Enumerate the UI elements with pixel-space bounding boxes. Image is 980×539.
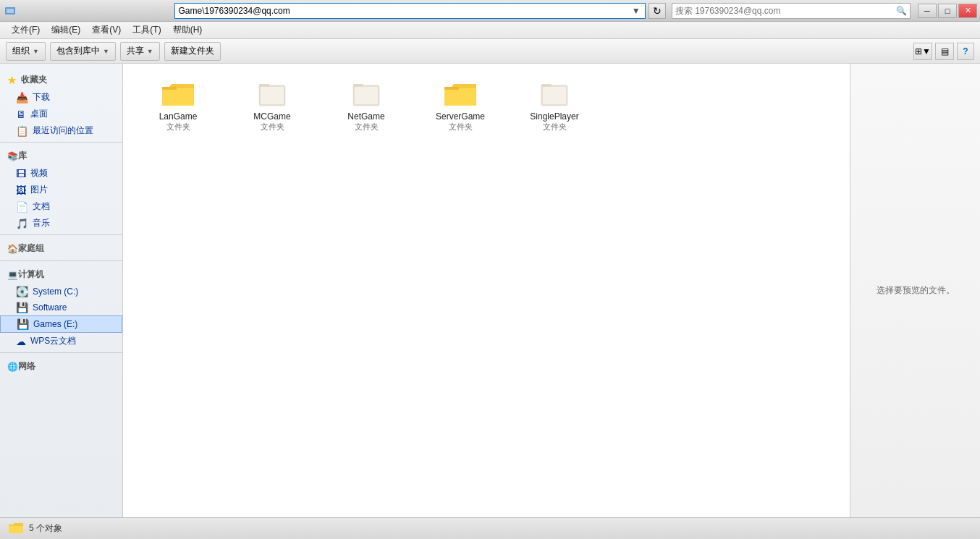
svg-rect-9 (355, 87, 378, 104)
address-dropdown-btn[interactable]: ▼ (630, 6, 642, 16)
sidebar-item-recent[interactable]: 📋 最近访问的位置 (0, 122, 122, 139)
folder-type: 文件夹 (166, 122, 190, 132)
sidebar: ★ 收藏夹 📥 下载 🖥 桌面 📋 最近访问的位置 📚 库 (0, 64, 123, 517)
svg-rect-10 (353, 84, 363, 87)
svg-rect-1 (7, 9, 14, 13)
main-area: ★ 收藏夹 📥 下载 🖥 桌面 📋 最近访问的位置 📚 库 (0, 64, 980, 517)
folder-name: MCGame (253, 111, 290, 122)
address-text: Game\1976390234@qq.com (178, 6, 630, 16)
sidebar-network-section: 🌐 网络 (0, 356, 122, 375)
svg-rect-18 (9, 526, 23, 533)
svg-rect-16 (541, 84, 552, 87)
svg-rect-4 (162, 87, 177, 90)
include-library-button[interactable]: 包含到库中 ▼ (50, 42, 116, 61)
maximize-button[interactable]: □ (938, 4, 957, 18)
folder-name: LanGame (159, 111, 198, 122)
folder-name: NetGame (347, 111, 384, 122)
search-icon[interactable]: 🔍 (896, 6, 907, 16)
svg-rect-3 (162, 88, 194, 106)
search-bar[interactable]: 🔍 (672, 3, 911, 19)
wps-icon: ☁ (16, 336, 26, 347)
videos-icon: 🎞 (16, 168, 26, 179)
pictures-icon: 🖼 (16, 184, 26, 196)
search-input[interactable] (675, 6, 896, 16)
library-icon: 📚 (7, 151, 18, 161)
view-toggle-button[interactable]: ⊞▼ (913, 43, 932, 60)
desktop-icon: 🖥 (16, 109, 26, 120)
folder-item-langame[interactable]: LanGame 文件夹 (135, 75, 221, 137)
folder-icon (255, 80, 290, 109)
organize-button[interactable]: 组织 ▼ (6, 42, 46, 61)
folder-icon (349, 80, 384, 109)
sidebar-favorites-header[interactable]: ★ 收藏夹 (0, 69, 122, 89)
star-icon: ★ (7, 75, 17, 86)
menu-view[interactable]: 查看(V) (86, 22, 127, 38)
sidebar-computer-section: 💻 计算机 💽 System (C:) 💾 Software 💾 Games (… (0, 264, 122, 349)
sidebar-item-music[interactable]: 🎵 音乐 (0, 215, 122, 232)
preview-pane-button[interactable]: ▤ (935, 43, 954, 60)
minimize-button[interactable]: ─ (918, 4, 937, 18)
menu-bar: 文件(F) 编辑(E) 查看(V) 工具(T) 帮助(H) (0, 22, 980, 39)
content-area: LanGame 文件夹 MCGame 文件夹 NetGame 文件夹 Serve… (123, 64, 850, 517)
toolbar: 组织 ▼ 包含到库中 ▼ 共享 ▼ 新建文件夹 ⊞▼ ▤ ? (0, 39, 980, 64)
folder-icon (537, 80, 572, 109)
svg-rect-15 (543, 87, 566, 104)
window-controls: ─ □ ✕ (916, 4, 977, 18)
folder-name: ServerGame (436, 111, 485, 122)
preview-pane: 选择要预览的文件。 (850, 64, 980, 517)
sidebar-item-videos[interactable]: 🎞 视频 (0, 165, 122, 182)
new-folder-button[interactable]: 新建文件夹 (164, 42, 221, 61)
menu-edit[interactable]: 编辑(E) (46, 22, 86, 38)
recent-icon: 📋 (16, 125, 28, 137)
menu-tools[interactable]: 工具(T) (127, 22, 166, 38)
menu-file[interactable]: 文件(F) (6, 22, 46, 38)
folder-name: SinglePlayer (530, 111, 578, 122)
svg-rect-13 (444, 87, 459, 90)
folder-type: 文件夹 (449, 122, 473, 132)
folder-type: 文件夹 (543, 122, 567, 132)
sidebar-library-header[interactable]: 📚 库 (0, 145, 122, 165)
sidebar-item-desktop[interactable]: 🖥 桌面 (0, 106, 122, 122)
sidebar-homegroup-header[interactable]: 🏠 家庭组 (0, 238, 122, 258)
sidebar-network-header[interactable]: 🌐 网络 (0, 356, 122, 375)
network-icon: 🌐 (7, 362, 18, 372)
folder-icon (443, 80, 478, 109)
toolbar-right: ⊞▼ ▤ ? (913, 43, 974, 60)
share-button[interactable]: 共享 ▼ (120, 42, 160, 61)
sidebar-item-documents[interactable]: 📄 文档 (0, 198, 122, 215)
svg-rect-7 (259, 84, 269, 87)
address-bar[interactable]: Game\1976390234@qq.com ▼ (174, 3, 645, 19)
folder-item-netgame[interactable]: NetGame 文件夹 (323, 75, 410, 137)
window-icon (3, 4, 17, 18)
music-icon: 🎵 (16, 218, 28, 229)
folder-type: 文件夹 (355, 122, 379, 132)
sidebar-item-wps[interactable]: ☁ WPS云文档 (0, 333, 122, 349)
close-button[interactable]: ✕ (958, 4, 977, 18)
computer-icon: 💻 (7, 270, 18, 280)
sidebar-item-software[interactable]: 💾 Software (0, 300, 122, 315)
sidebar-item-downloads[interactable]: 📥 下载 (0, 89, 122, 106)
documents-icon: 📄 (16, 201, 28, 213)
drive-software-icon: 💾 (16, 302, 28, 313)
menu-help[interactable]: 帮助(H) (167, 22, 208, 38)
sidebar-computer-header[interactable]: 💻 计算机 (0, 264, 122, 284)
refresh-button[interactable]: ↻ (649, 3, 666, 19)
status-count: 5 个对象 (29, 522, 62, 535)
drive-c-icon: 💽 (16, 286, 28, 297)
folder-type: 文件夹 (261, 122, 284, 132)
svg-rect-12 (444, 88, 476, 106)
sidebar-item-games-e[interactable]: 💾 Games (E:) (0, 315, 122, 333)
downloads-icon: 📥 (16, 92, 28, 103)
status-bar: 5 个对象 (0, 517, 980, 539)
help-button[interactable]: ? (957, 43, 974, 60)
folder-item-singleplayer[interactable]: SinglePlayer 文件夹 (511, 75, 598, 137)
folder-icon (161, 80, 195, 109)
sidebar-homegroup-section: 🏠 家庭组 (0, 238, 122, 258)
sidebar-favorites-section: ★ 收藏夹 📥 下载 🖥 桌面 📋 最近访问的位置 (0, 69, 122, 139)
folder-item-servergame[interactable]: ServerGame 文件夹 (417, 75, 504, 137)
sidebar-item-pictures[interactable]: 🖼 图片 (0, 182, 122, 198)
folder-item-mcgame[interactable]: MCGame 文件夹 (229, 75, 316, 137)
svg-rect-6 (261, 87, 284, 104)
sidebar-library-section: 📚 库 🎞 视频 🖼 图片 📄 文档 🎵 音乐 (0, 145, 122, 232)
sidebar-item-system-c[interactable]: 💽 System (C:) (0, 284, 122, 300)
